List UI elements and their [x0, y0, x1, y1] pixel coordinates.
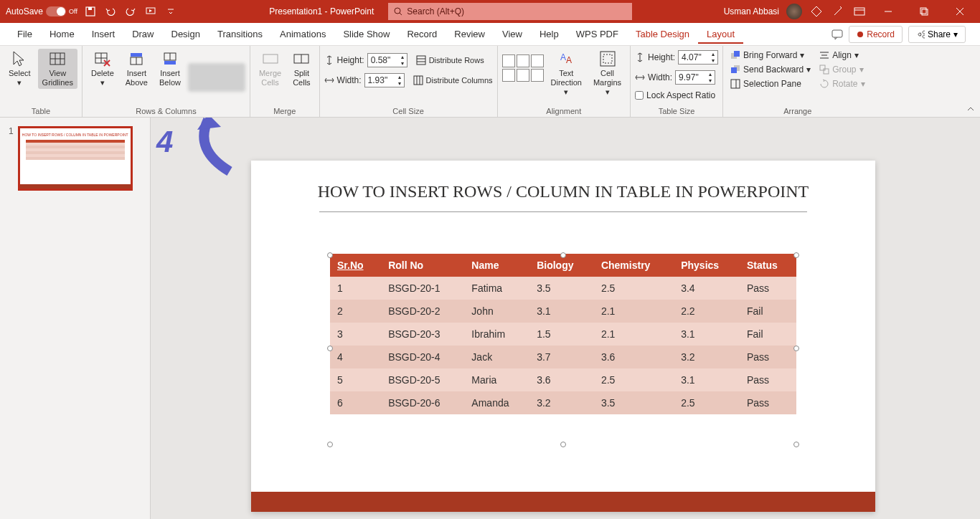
selection-handle[interactable]	[793, 252, 799, 258]
table-cell[interactable]: John	[464, 300, 529, 323]
table-cell[interactable]: 3.4	[674, 277, 740, 300]
align-left-button[interactable]	[502, 54, 515, 67]
lock-aspect-ratio[interactable]: Lock Aspect Ratio	[635, 90, 715, 100]
tab-home[interactable]: Home	[41, 24, 83, 44]
table-header[interactable]: Status	[740, 254, 796, 277]
tab-table-design[interactable]: Table Design	[627, 24, 698, 44]
table-cell[interactable]: 3.1	[674, 368, 740, 391]
comments-icon[interactable]	[831, 29, 843, 40]
table-row[interactable]: 3BSGD-20-3Ibrahim1.52.13.1Fail	[330, 323, 796, 346]
delete-button[interactable]: Delete▾	[87, 49, 118, 89]
collapse-ribbon-icon[interactable]	[966, 104, 976, 114]
send-backward[interactable]: Send Backward▾	[727, 63, 814, 76]
table-cell[interactable]: Pass	[740, 277, 796, 300]
table-cell[interactable]: 4	[330, 346, 381, 368]
save-icon[interactable]	[83, 4, 98, 19]
table-cell[interactable]: Fail	[740, 323, 796, 346]
table-cell[interactable]: 2.1	[594, 323, 674, 346]
table-header[interactable]: Chemistry	[594, 254, 674, 277]
table-row[interactable]: 5BSGD-20-5Maria3.62.53.1Pass	[330, 368, 796, 391]
autosave-toggle[interactable]: AutoSave Off	[6, 6, 77, 16]
tab-design[interactable]: Design	[163, 24, 209, 44]
tab-slide-show[interactable]: Slide Show	[334, 24, 398, 44]
selection-handle[interactable]	[327, 346, 333, 351]
table-cell[interactable]: Amanda	[464, 391, 529, 414]
table-width-input[interactable]: 9.97"▴▾	[675, 70, 715, 85]
table-cell[interactable]: 3.2	[674, 346, 740, 368]
table-row[interactable]: 6BSGD-20-6Amanda3.23.52.5Pass	[330, 391, 796, 414]
search-box[interactable]: Search (Alt+Q)	[388, 3, 632, 20]
distribute-rows[interactable]: Distribute Rows	[429, 56, 484, 65]
tab-transitions[interactable]: Transitions	[209, 24, 271, 44]
selection-pane[interactable]: Selection Pane	[727, 77, 814, 90]
table-height-input[interactable]: 4.07"▴▾	[678, 50, 718, 65]
table-cell[interactable]: 3.5	[529, 277, 594, 300]
table-cell[interactable]: BSGD-20-1	[381, 277, 464, 300]
selection-handle[interactable]	[793, 346, 799, 351]
tab-file[interactable]: File	[9, 24, 41, 44]
align-bottom-button[interactable]	[531, 69, 544, 82]
tab-layout[interactable]: Layout	[698, 24, 743, 44]
table-cell[interactable]: 3.1	[674, 323, 740, 346]
table-cell[interactable]: Pass	[740, 346, 796, 368]
select-button[interactable]: Select▾	[4, 49, 35, 89]
table-row[interactable]: 1BSGD-20-1Fatima3.52.53.4Pass	[330, 277, 796, 300]
text-direction-button[interactable]: AA Text Direction▾	[547, 49, 586, 99]
tab-record[interactable]: Record	[398, 24, 446, 44]
table-cell[interactable]: 2.5	[674, 391, 740, 414]
table-cell[interactable]: 5	[330, 368, 381, 391]
table-cell[interactable]: Fatima	[464, 277, 529, 300]
table-cell[interactable]: 2.1	[594, 300, 674, 323]
tab-wps-pdf[interactable]: WPS PDF	[567, 24, 627, 44]
tab-help[interactable]: Help	[531, 24, 567, 44]
table-cell[interactable]: 3.6	[594, 346, 674, 368]
table-cell[interactable]: Maria	[464, 368, 529, 391]
table-cell[interactable]: 1	[330, 277, 381, 300]
diamond-icon[interactable]	[809, 4, 824, 19]
wand-icon[interactable]	[831, 4, 845, 19]
record-button[interactable]: Record	[849, 26, 903, 43]
insert-above-button[interactable]: Insert Above	[121, 49, 152, 89]
table-cell[interactable]: 3.1	[529, 300, 594, 323]
split-cells-button[interactable]: Split Cells	[288, 49, 314, 89]
table-cell[interactable]: 3.2	[529, 391, 594, 414]
close-button[interactable]	[946, 0, 974, 23]
table-cell[interactable]: 3	[330, 323, 381, 346]
table-cell[interactable]: 2.5	[594, 368, 674, 391]
table-cell[interactable]: BSGD-20-4	[381, 346, 464, 368]
table-cell[interactable]: 3.6	[529, 368, 594, 391]
table-cell[interactable]: BSGD-20-3	[381, 323, 464, 346]
selection-handle[interactable]	[327, 252, 333, 258]
table-cell[interactable]: Ibrahim	[464, 323, 529, 346]
table-cell[interactable]: Pass	[740, 368, 796, 391]
distribute-columns[interactable]: Distribute Columns	[426, 76, 493, 85]
table-cell[interactable]: BSGD-20-6	[381, 391, 464, 414]
table-header[interactable]: Physics	[674, 254, 740, 277]
selection-handle[interactable]	[560, 442, 566, 447]
tab-insert[interactable]: Insert	[83, 24, 124, 44]
cell-margins-button[interactable]: Cell Margins▾	[589, 49, 626, 99]
align-menu[interactable]: Align▾	[816, 49, 867, 62]
table-header[interactable]: Roll No	[381, 254, 464, 277]
tab-review[interactable]: Review	[446, 24, 494, 44]
table-cell[interactable]: Jack	[464, 346, 529, 368]
slide-title[interactable]: HOW TO INSERT ROWS / COLUMN IN TABLE IN …	[251, 161, 875, 212]
undo-icon[interactable]	[103, 4, 118, 19]
table-cell[interactable]: 2.2	[674, 300, 740, 323]
cell-width-input[interactable]: 1.93"▴▾	[364, 73, 405, 87]
redo-icon[interactable]	[123, 4, 138, 19]
table-cell[interactable]: Pass	[740, 391, 796, 414]
selection-handle[interactable]	[793, 442, 799, 447]
slideshow-icon[interactable]	[143, 4, 158, 19]
ribbon-mode-icon[interactable]	[852, 4, 867, 19]
table-header[interactable]: Sr.No	[330, 254, 381, 277]
table-cell[interactable]: BSGD-20-2	[381, 300, 464, 323]
slide-canvas[interactable]: 4 HOW TO INSERT ROWS / COLUMN IN TABLE I…	[151, 118, 980, 519]
user-name[interactable]: Usman Abbasi	[724, 6, 779, 16]
bring-forward[interactable]: Bring Forward▾	[727, 49, 814, 62]
table-cell[interactable]: BSGD-20-5	[381, 368, 464, 391]
selection-handle[interactable]	[560, 252, 566, 258]
selection-handle[interactable]	[327, 442, 333, 447]
avatar[interactable]	[786, 4, 802, 19]
table-row[interactable]: 2BSGD-20-2John3.12.12.2Fail	[330, 300, 796, 323]
